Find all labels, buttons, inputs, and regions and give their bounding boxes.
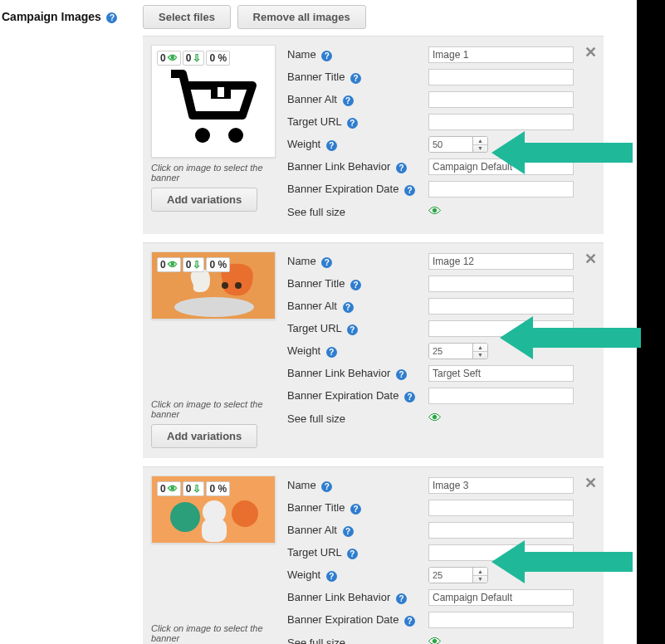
- help-icon[interactable]: ?: [404, 185, 415, 196]
- remove-all-images-button[interactable]: Remove all images: [237, 5, 366, 29]
- weight-stepper[interactable]: ▲▼: [428, 136, 488, 153]
- banner-alt-input[interactable]: [428, 91, 574, 108]
- click-icon: ⇩: [193, 483, 201, 495]
- link-behavior-select[interactable]: [428, 365, 574, 382]
- label-banner-alt: Banner Alt: [287, 524, 337, 536]
- label-name: Name: [287, 479, 316, 491]
- eye-icon[interactable]: 👁: [428, 411, 442, 425]
- help-icon[interactable]: ?: [326, 140, 337, 151]
- eye-icon[interactable]: 👁: [428, 635, 442, 644]
- chevron-down-icon[interactable]: ▼: [473, 352, 487, 359]
- target-url-input[interactable]: [428, 320, 574, 337]
- label-link-behavior: Banner Link Behavior: [287, 591, 390, 603]
- add-variations-button[interactable]: Add variations: [151, 188, 257, 212]
- close-icon[interactable]: ✕: [584, 250, 597, 268]
- banner-alt-input[interactable]: [428, 522, 574, 539]
- help-icon[interactable]: ?: [347, 324, 358, 335]
- banner-title-input[interactable]: [428, 500, 574, 516]
- banner-title-input[interactable]: [428, 69, 574, 85]
- label-target-url: Target URL: [287, 115, 341, 128]
- target-url-input[interactable]: [428, 544, 574, 561]
- stat-views: 0👁: [157, 481, 181, 496]
- stat-clicks: 0⇩: [183, 481, 205, 496]
- help-icon[interactable]: ?: [404, 392, 415, 402]
- name-input[interactable]: [428, 477, 574, 494]
- expiration-input[interactable]: [428, 612, 574, 628]
- label-banner-title: Banner Title: [287, 277, 345, 290]
- chevron-down-icon[interactable]: ▼: [473, 145, 487, 153]
- banner-thumbnail[interactable]: 0👁 0⇩ 0 %: [151, 476, 276, 544]
- help-icon[interactable]: ?: [396, 163, 407, 173]
- label-full-size: See full size: [287, 637, 345, 645]
- label-weight: Weight: [287, 344, 320, 357]
- chevron-up-icon[interactable]: ▲: [473, 568, 487, 576]
- help-icon[interactable]: ?: [347, 549, 358, 559]
- help-icon[interactable]: ?: [347, 118, 358, 129]
- help-icon[interactable]: ?: [343, 302, 354, 313]
- help-icon[interactable]: ?: [326, 347, 337, 358]
- click-icon: ⇩: [193, 259, 201, 271]
- label-expiration: Banner Expiration Date: [287, 613, 399, 626]
- thumb-hint: Click on image to select the banner: [151, 623, 276, 643]
- target-url-input[interactable]: [428, 114, 574, 130]
- help-icon[interactable]: ?: [350, 504, 361, 515]
- help-icon[interactable]: ?: [321, 481, 332, 492]
- svg-rect-9: [202, 519, 227, 542]
- eye-icon: 👁: [168, 483, 178, 495]
- help-icon[interactable]: ?: [326, 571, 337, 582]
- help-icon[interactable]: ?: [404, 616, 415, 627]
- add-variations-button[interactable]: Add variations: [151, 424, 257, 448]
- link-behavior-select[interactable]: [428, 589, 574, 606]
- close-icon[interactable]: ✕: [584, 474, 597, 492]
- help-icon[interactable]: ?: [321, 257, 332, 268]
- name-input[interactable]: [428, 253, 574, 270]
- weight-stepper[interactable]: ▲▼: [428, 343, 488, 359]
- section-title: Campaign Images: [2, 10, 101, 23]
- image-card: ✕ 0👁 0⇩ 0 %: [143, 36, 604, 234]
- stat-views: 0👁: [157, 257, 181, 272]
- weight-input[interactable]: [429, 344, 472, 359]
- banner-title-input[interactable]: [428, 276, 574, 292]
- help-icon[interactable]: ?: [350, 73, 361, 84]
- image-card: ✕ 0👁 0⇩ 0 %: [143, 466, 604, 644]
- help-icon[interactable]: ?: [343, 95, 354, 106]
- label-weight: Weight: [287, 568, 320, 581]
- chevron-up-icon[interactable]: ▲: [473, 344, 487, 352]
- banner-thumbnail[interactable]: 0👁 0⇩ 0 %: [151, 251, 276, 320]
- name-input[interactable]: [428, 46, 574, 63]
- help-icon[interactable]: ?: [106, 12, 117, 23]
- image-card: ✕ 0👁 0⇩ 0 %: [143, 242, 604, 458]
- label-banner-title: Banner Title: [287, 71, 345, 83]
- select-files-button[interactable]: Select files: [143, 5, 231, 29]
- banner-thumbnail[interactable]: 0👁 0⇩ 0 %: [151, 45, 276, 158]
- close-icon[interactable]: ✕: [584, 43, 597, 61]
- label-target-url: Target URL: [287, 322, 341, 334]
- eye-icon[interactable]: 👁: [428, 204, 442, 218]
- link-behavior-select[interactable]: [428, 159, 574, 175]
- help-icon[interactable]: ?: [321, 51, 332, 61]
- label-expiration: Banner Expiration Date: [287, 389, 399, 402]
- label-full-size: See full size: [287, 412, 345, 425]
- label-expiration: Banner Expiration Date: [287, 183, 399, 195]
- svg-point-10: [232, 500, 258, 527]
- expiration-input[interactable]: [428, 181, 574, 198]
- weight-stepper[interactable]: ▲▼: [428, 567, 488, 583]
- cart-icon: [164, 67, 264, 150]
- svg-point-1: [228, 128, 243, 143]
- stat-views: 0👁: [157, 51, 181, 66]
- expiration-input[interactable]: [428, 388, 574, 404]
- help-icon[interactable]: ?: [396, 593, 407, 604]
- chevron-up-icon[interactable]: ▲: [473, 137, 487, 145]
- stat-ctr: 0 %: [206, 257, 230, 272]
- stat-clicks: 0⇩: [183, 51, 205, 66]
- chevron-down-icon[interactable]: ▼: [473, 576, 487, 583]
- help-icon[interactable]: ?: [343, 526, 354, 537]
- thumb-hint: Click on image to select the banner: [151, 399, 276, 419]
- help-icon[interactable]: ?: [396, 369, 407, 380]
- weight-input[interactable]: [429, 137, 472, 152]
- label-name: Name: [287, 255, 316, 267]
- label-link-behavior: Banner Link Behavior: [287, 160, 390, 173]
- banner-alt-input[interactable]: [428, 298, 574, 315]
- help-icon[interactable]: ?: [350, 280, 361, 290]
- weight-input[interactable]: [429, 568, 472, 583]
